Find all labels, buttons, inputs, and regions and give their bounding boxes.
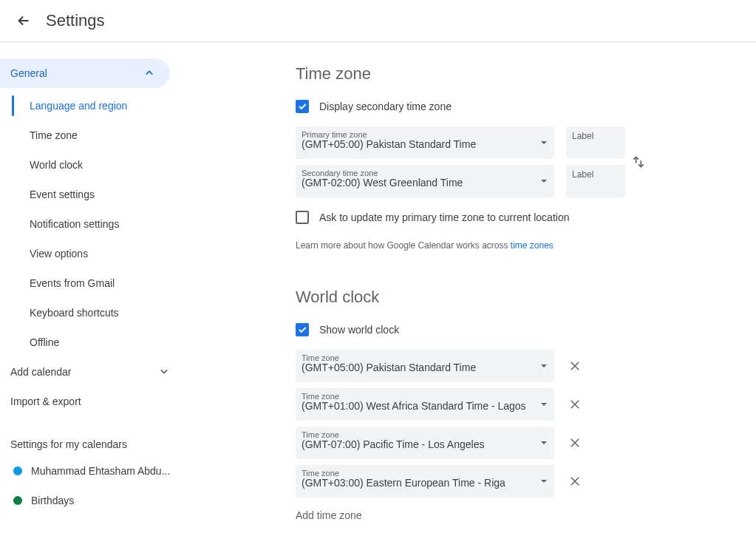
- sidebar-item-add-calendar[interactable]: Add calendar: [0, 357, 185, 387]
- section-title-time-zone: Time zone: [296, 64, 726, 84]
- remove-tz-button[interactable]: [566, 357, 584, 375]
- checkbox-label: Ask to update my primary time zone to cu…: [319, 211, 569, 223]
- sidebar-item-label: Import & export: [10, 396, 81, 407]
- world-clock-tz-select[interactable]: Time zone (GMT+05:00) Pakistan Standard …: [296, 350, 554, 382]
- sidebar-item-language-region[interactable]: Language and region: [1, 91, 185, 121]
- remove-tz-button[interactable]: [566, 472, 584, 490]
- sidebar-item-event-settings[interactable]: Event settings: [1, 180, 185, 209]
- sidebar-section-general[interactable]: General: [0, 58, 170, 88]
- select-label: Primary time zone: [302, 130, 367, 139]
- chevron-down-icon: [541, 141, 547, 144]
- tz-hint-text: Learn more about how Google Calendar wor…: [296, 240, 726, 251]
- sidebar-heading-my-calendars: Settings for my calendars: [0, 416, 185, 456]
- sidebar-item-notification-settings[interactable]: Notification settings: [1, 209, 185, 239]
- secondary-tz-select[interactable]: Secondary time zone (GMT-02:00) West Gre…: [296, 165, 554, 197]
- calendar-item[interactable]: Birthdays: [0, 486, 185, 515]
- section-title-world-clock: World clock: [296, 288, 726, 307]
- sidebar-item-label: Event settings: [30, 189, 95, 200]
- sidebar-item-keyboard-shortcuts[interactable]: Keyboard shortcuts: [1, 298, 185, 328]
- world-clock-tz-select[interactable]: Time zone (GMT+01:00) West Africa Standa…: [296, 388, 554, 421]
- select-label: Time zone: [302, 469, 339, 478]
- remove-tz-button[interactable]: [566, 396, 584, 413]
- sidebar-item-label: Offline: [30, 336, 59, 348]
- sidebar-item-label: Language and region: [30, 100, 127, 112]
- select-label: Time zone: [302, 353, 339, 362]
- sidebar-item-label: Time zone: [30, 129, 78, 141]
- add-time-zone-button[interactable]: Add time zone: [296, 509, 726, 521]
- show-world-clock-checkbox[interactable]: [296, 323, 309, 336]
- select-label: Time zone: [302, 392, 339, 401]
- chevron-down-icon: [541, 364, 547, 367]
- display-secondary-tz-checkbox[interactable]: [296, 100, 309, 113]
- calendar-name: Birthdays: [31, 495, 74, 506]
- sidebar-item-world-clock[interactable]: World clock: [1, 150, 185, 180]
- sidebar-item-label: View options: [30, 248, 88, 259]
- sidebar-item-import-export[interactable]: Import & export: [0, 387, 185, 416]
- chevron-down-icon: [541, 480, 547, 483]
- back-arrow-icon[interactable]: [15, 12, 33, 30]
- sidebar-item-events-from-gmail[interactable]: Events from Gmail: [1, 268, 185, 298]
- sidebar-item-view-options[interactable]: View options: [1, 239, 185, 268]
- chevron-down-icon: [541, 403, 547, 406]
- header: Settings: [0, 0, 756, 42]
- secondary-tz-label-input[interactable]: Label: [566, 165, 625, 197]
- sidebar-item-label: Events from Gmail: [30, 277, 115, 289]
- calendar-item[interactable]: Muhammad Ehtasham Abdu...: [0, 456, 185, 486]
- sidebar-section-label: General: [10, 67, 47, 79]
- sidebar-item-label: Notification settings: [30, 218, 119, 230]
- checkbox-label: Display secondary time zone: [319, 101, 452, 112]
- content: Time zone Display secondary time zone Pr…: [185, 42, 756, 521]
- chevron-down-icon: [541, 180, 547, 183]
- sidebar-item-label: Keyboard shortcuts: [30, 307, 119, 319]
- select-label: Time zone: [302, 430, 339, 439]
- checkbox-label: Show world clock: [319, 324, 399, 336]
- calendar-color-dot: [13, 467, 22, 475]
- chevron-down-icon: [157, 364, 171, 381]
- calendar-name: Muhammad Ehtasham Abdu...: [31, 465, 170, 477]
- sidebar-item-label: World clock: [30, 159, 83, 171]
- sidebar: General Language and region Time zone Wo…: [0, 42, 185, 521]
- chevron-up-icon: [142, 66, 157, 81]
- tz-hint-link[interactable]: time zones: [511, 240, 554, 251]
- calendar-color-dot: [13, 496, 22, 505]
- primary-tz-label-input[interactable]: Label: [566, 126, 625, 159]
- input-placeholder: Label: [572, 131, 593, 141]
- sidebar-item-time-zone[interactable]: Time zone: [1, 121, 185, 150]
- input-placeholder: Label: [572, 169, 593, 180]
- swap-tz-button[interactable]: [630, 153, 647, 171]
- chevron-down-icon: [541, 441, 547, 444]
- select-label: Secondary time zone: [302, 169, 378, 177]
- page-title: Settings: [46, 11, 105, 30]
- world-clock-tz-select[interactable]: Time zone (GMT-07:00) Pacific Time - Los…: [296, 427, 554, 459]
- world-clock-tz-select[interactable]: Time zone (GMT+03:00) Eastern European T…: [296, 465, 554, 498]
- sidebar-item-offline[interactable]: Offline: [1, 328, 185, 357]
- ask-update-tz-checkbox[interactable]: [296, 211, 309, 224]
- remove-tz-button[interactable]: [566, 434, 584, 452]
- primary-tz-select[interactable]: Primary time zone (GMT+05:00) Pakistan S…: [296, 126, 554, 159]
- sidebar-item-label: Add calendar: [10, 366, 72, 378]
